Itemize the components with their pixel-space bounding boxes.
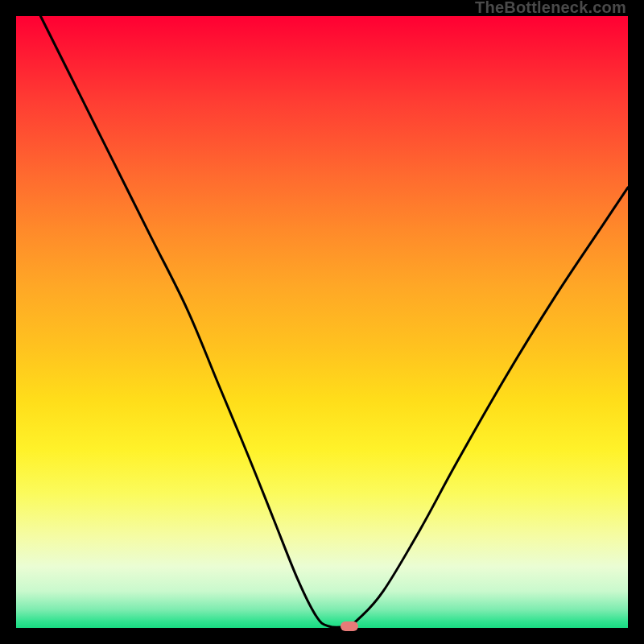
plot-area: [16, 16, 628, 628]
watermark-text: TheBottleneck.com: [475, 0, 626, 17]
selection-marker: [341, 621, 358, 631]
chart-frame: TheBottleneck.com: [0, 0, 644, 644]
bottleneck-curve: [16, 16, 628, 628]
